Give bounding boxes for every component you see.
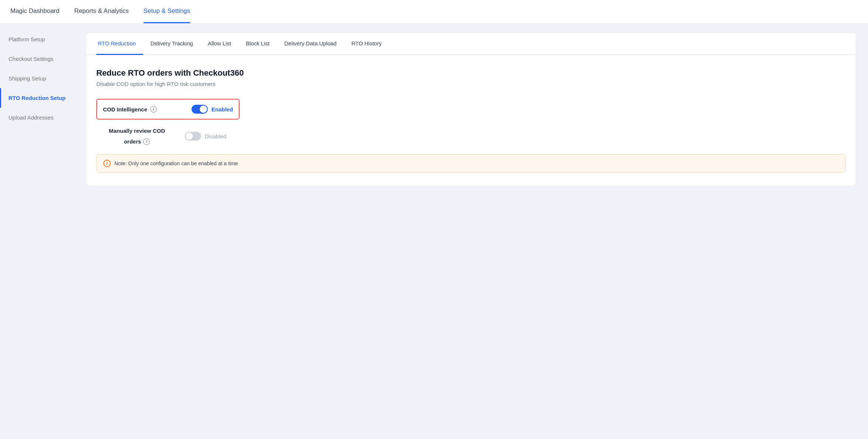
cod-intelligence-row: COD Intelligence i Enabled xyxy=(96,99,240,120)
sidebar-item-platform-setup[interactable]: Platform Setup xyxy=(0,30,74,49)
note-icon xyxy=(103,160,111,167)
sidebar-item-shipping-setup[interactable]: Shipping Setup xyxy=(0,69,74,88)
cod-intelligence-toggle-wrapper: Enabled xyxy=(192,105,233,114)
cod-intelligence-label: COD Intelligence i xyxy=(103,106,184,113)
sidebar-item-checkout-settings[interactable]: Checkout Settings xyxy=(0,49,74,69)
manually-review-toggle-wrapper: Disabled xyxy=(185,132,226,141)
top-navigation: Magic Dashboard Reports & Analytics Setu… xyxy=(0,0,868,24)
cod-intelligence-status: Enabled xyxy=(211,106,233,113)
cod-intelligence-toggle[interactable] xyxy=(192,105,208,114)
sidebar-item-rto-reduction-setup[interactable]: RTO Reduction Setup xyxy=(0,88,74,108)
sidebar: Platform Setup Checkout Settings Shippin… xyxy=(0,24,74,439)
nav-magic-dashboard[interactable]: Magic Dashboard xyxy=(10,0,59,23)
section-title: Reduce RTO orders with Checkout360 xyxy=(96,68,845,78)
nav-setup-settings[interactable]: Setup & Settings xyxy=(144,0,190,23)
content-card: RTO Reduction Delivery Tracking Allow Li… xyxy=(86,32,856,186)
main-content: RTO Reduction Delivery Tracking Allow Li… xyxy=(74,24,868,439)
note-box: Note: Only one configuration can be enab… xyxy=(96,154,845,173)
note-text: Note: Only one configuration can be enab… xyxy=(114,160,238,166)
main-layout: Platform Setup Checkout Settings Shippin… xyxy=(0,24,868,439)
manually-review-status: Disabled xyxy=(205,133,226,139)
cod-intelligence-toggle-knob xyxy=(200,106,207,113)
tab-delivery-tracking[interactable]: Delivery Tracking xyxy=(143,33,200,55)
sidebar-item-upload-addresses[interactable]: Upload Addresses xyxy=(0,108,74,127)
manually-review-toggle-knob xyxy=(186,132,193,140)
tab-rto-reduction[interactable]: RTO Reduction xyxy=(96,33,143,55)
tab-allow-list[interactable]: Allow List xyxy=(200,33,238,55)
manually-review-row: Manually review COD orders i Disabled xyxy=(96,127,845,145)
manually-review-label: Manually review COD orders i xyxy=(96,127,178,145)
manually-review-info-icon[interactable]: i xyxy=(143,138,150,145)
cod-intelligence-info-icon[interactable]: i xyxy=(150,106,157,113)
card-body: Reduce RTO orders with Checkout360 Disab… xyxy=(86,55,856,186)
manually-review-toggle[interactable] xyxy=(185,132,201,141)
tab-block-list[interactable]: Block List xyxy=(238,33,277,55)
tab-bar: RTO Reduction Delivery Tracking Allow Li… xyxy=(86,33,856,55)
nav-reports-analytics[interactable]: Reports & Analytics xyxy=(74,0,128,23)
tab-delivery-data-upload[interactable]: Delivery Data Upload xyxy=(277,33,344,55)
section-subtitle: Disable COD option for high RTO risk cus… xyxy=(96,81,845,87)
tab-rto-history[interactable]: RTO History xyxy=(344,33,389,55)
